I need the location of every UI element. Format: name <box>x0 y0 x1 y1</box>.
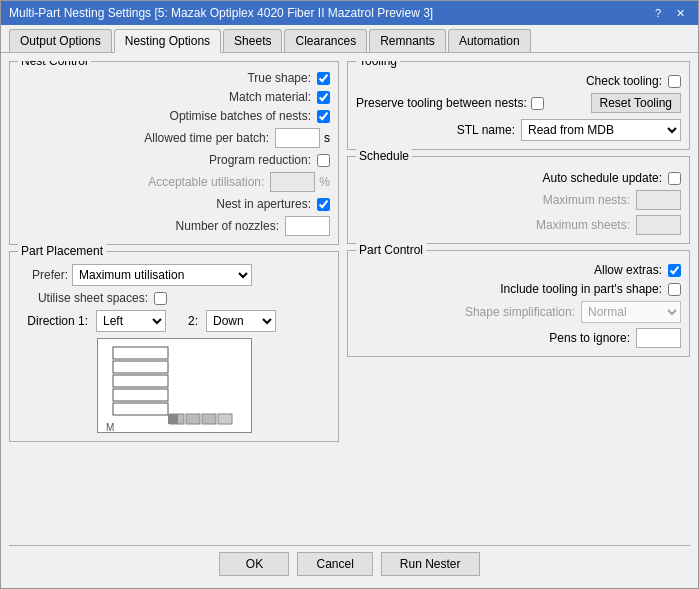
direction1-select[interactable]: Left Right Up Down <box>96 310 166 332</box>
preserve-tooling-checkbox[interactable] <box>531 97 544 110</box>
maximum-nests-input[interactable]: 1 <box>636 190 681 210</box>
optimise-batches-label: Optimise batches of nests: <box>156 109 311 123</box>
right-panel: Tooling Check tooling: Preserve tooling … <box>347 61 690 539</box>
main-area: Nest Control True shape: Match material:… <box>9 61 690 539</box>
shape-simplification-row: Shape simplification: Normal Low High <box>356 301 681 323</box>
window-title: Multi-Part Nesting Settings [5: Mazak Op… <box>9 6 433 20</box>
maximum-sheets-row: Maximum sheets: 1 <box>356 215 681 235</box>
part-placement-group: Part Placement Prefer: Maximum utilisati… <box>9 251 339 442</box>
program-reduction-checkbox[interactable] <box>317 154 330 167</box>
allowed-time-input[interactable]: 5 <box>275 128 320 148</box>
prefer-select[interactable]: Maximum utilisation <box>72 264 252 286</box>
match-material-row: Match material: <box>18 90 330 104</box>
auto-schedule-checkbox[interactable] <box>668 172 681 185</box>
tab-clearances[interactable]: Clearances <box>284 29 367 52</box>
preserve-tooling-label: Preserve tooling between nests: <box>356 96 527 110</box>
true-shape-row: True shape: <box>18 71 330 85</box>
tab-nesting-options[interactable]: Nesting Options <box>114 29 221 53</box>
stl-name-select[interactable]: Read from MDB Use sheet name Use part na… <box>521 119 681 141</box>
preserve-tooling-row: Preserve tooling between nests: Reset To… <box>356 93 681 113</box>
footer: OK Cancel Run Nester <box>9 545 690 580</box>
window: Multi-Part Nesting Settings [5: Mazak Op… <box>0 0 699 589</box>
stl-name-label: STL name: <box>457 123 515 137</box>
shape-simplification-select[interactable]: Normal Low High <box>581 301 681 323</box>
number-of-nozzles-input[interactable]: 1 <box>285 216 330 236</box>
maximum-nests-row: Maximum nests: 1 <box>356 190 681 210</box>
program-reduction-label: Program reduction: <box>156 153 311 167</box>
auto-schedule-label: Auto schedule update: <box>543 171 662 185</box>
ok-button[interactable]: OK <box>219 552 289 576</box>
tab-remnants[interactable]: Remnants <box>369 29 446 52</box>
pens-to-ignore-label: Pens to ignore: <box>549 331 630 345</box>
nest-in-apertures-label: Nest in apertures: <box>156 197 311 211</box>
allowed-time-label: Allowed time per batch: <box>114 131 269 145</box>
optimise-batches-checkbox[interactable] <box>317 110 330 123</box>
tabs-bar: Output Options Nesting Options Sheets Cl… <box>1 25 698 53</box>
reset-tooling-button[interactable]: Reset Tooling <box>591 93 682 113</box>
prefer-label: Prefer: <box>18 268 68 282</box>
pens-to-ignore-row: Pens to ignore: 0 <box>356 328 681 348</box>
svg-text:M: M <box>106 422 114 433</box>
allow-extras-row: Allow extras: <box>356 263 681 277</box>
prefer-row: Prefer: Maximum utilisation <box>18 264 330 286</box>
tab-sheets[interactable]: Sheets <box>223 29 282 52</box>
left-panel: Nest Control True shape: Match material:… <box>9 61 339 539</box>
acceptable-utilisation-row: Acceptable utilisation: 70 % <box>18 172 330 192</box>
utilise-sheet-spaces-checkbox[interactable] <box>154 292 167 305</box>
tab-automation[interactable]: Automation <box>448 29 531 52</box>
run-nester-button[interactable]: Run Nester <box>381 552 480 576</box>
utilise-sheet-spaces-row: Utilise sheet spaces: <box>18 291 330 305</box>
nest-in-apertures-row: Nest in apertures: <box>18 197 330 211</box>
true-shape-checkbox[interactable] <box>317 72 330 85</box>
auto-schedule-row: Auto schedule update: <box>356 171 681 185</box>
svg-rect-1 <box>113 361 168 373</box>
svg-rect-8 <box>218 414 232 424</box>
nest-control-group: Nest Control True shape: Match material:… <box>9 61 339 245</box>
tooling-group: Tooling Check tooling: Preserve tooling … <box>347 61 690 150</box>
direction-row: Direction 1: Left Right Up Down 2: Left … <box>18 310 330 332</box>
help-button[interactable]: ? <box>648 4 668 22</box>
pens-to-ignore-input[interactable]: 0 <box>636 328 681 348</box>
placement-preview: M <box>97 338 252 433</box>
true-shape-label: True shape: <box>156 71 311 85</box>
main-content: Nest Control True shape: Match material:… <box>1 53 698 588</box>
svg-rect-3 <box>113 389 168 401</box>
include-tooling-checkbox[interactable] <box>668 283 681 296</box>
maximum-nests-label: Maximum nests: <box>543 193 630 207</box>
svg-rect-2 <box>113 375 168 387</box>
tab-output-options[interactable]: Output Options <box>9 29 112 52</box>
acceptable-utilisation-label: Acceptable utilisation: <box>109 175 264 189</box>
nest-in-apertures-checkbox[interactable] <box>317 198 330 211</box>
include-tooling-label: Include tooling in part's shape: <box>500 282 662 296</box>
part-control-group: Part Control Allow extras: Include tooli… <box>347 250 690 357</box>
svg-rect-4 <box>113 403 168 415</box>
program-reduction-row: Program reduction: <box>18 153 330 167</box>
cancel-button[interactable]: Cancel <box>297 552 372 576</box>
match-material-checkbox[interactable] <box>317 91 330 104</box>
shape-simplification-label: Shape simplification: <box>465 305 575 319</box>
stl-name-row: STL name: Read from MDB Use sheet name U… <box>356 119 681 141</box>
include-tooling-row: Include tooling in part's shape: <box>356 282 681 296</box>
number-of-nozzles-label: Number of nozzles: <box>124 219 279 233</box>
part-placement-title: Part Placement <box>18 244 106 258</box>
check-tooling-row: Check tooling: <box>356 74 681 88</box>
direction2-select[interactable]: Left Right Up Down <box>206 310 276 332</box>
svg-rect-6 <box>186 414 200 424</box>
match-material-label: Match material: <box>156 90 311 104</box>
acceptable-utilisation-input[interactable]: 70 <box>270 172 315 192</box>
allowed-time-row: Allowed time per batch: 5 s <box>18 128 330 148</box>
direction2-label: 2: <box>178 314 198 328</box>
check-tooling-checkbox[interactable] <box>668 75 681 88</box>
optimise-batches-row: Optimise batches of nests: <box>18 109 330 123</box>
allow-extras-checkbox[interactable] <box>668 264 681 277</box>
maximum-sheets-label: Maximum sheets: <box>536 218 630 232</box>
nest-control-title: Nest Control <box>18 61 91 68</box>
placement-preview-svg: M <box>98 339 252 433</box>
direction1-label: Direction 1: <box>18 314 88 328</box>
allow-extras-label: Allow extras: <box>594 263 662 277</box>
close-button[interactable]: ✕ <box>670 4 690 22</box>
allowed-time-unit: s <box>324 131 330 145</box>
maximum-sheets-input[interactable]: 1 <box>636 215 681 235</box>
tooling-title: Tooling <box>356 61 400 68</box>
schedule-group: Schedule Auto schedule update: Maximum n… <box>347 156 690 244</box>
